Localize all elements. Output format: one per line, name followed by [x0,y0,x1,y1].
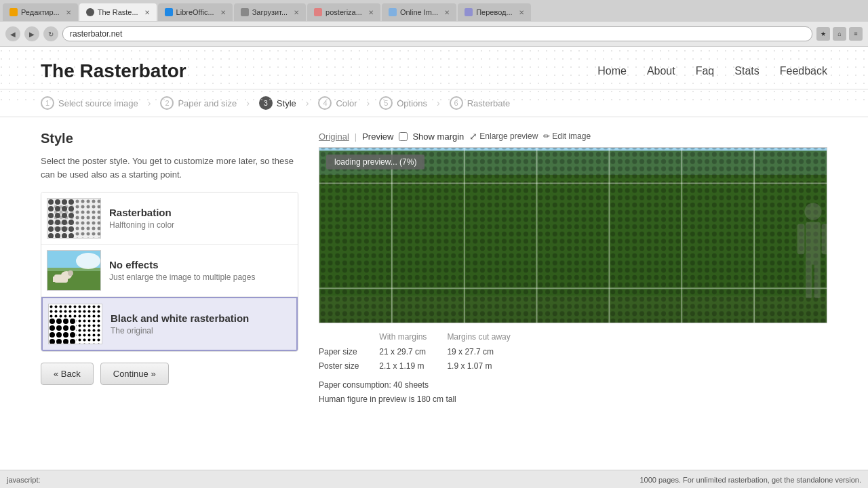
enlarge-icon: ⤢ [469,131,477,142]
tab-favicon-3 [165,8,173,16]
tab-close-5[interactable]: ✕ [368,9,374,16]
status-left: javascript: [7,476,41,484]
tab-5[interactable]: posteriza... ✕ [307,3,380,21]
edit-image-link[interactable]: ✏ Edit image [543,131,591,141]
show-margin-label[interactable]: Show margin [399,131,464,142]
svg-rect-37 [814,262,821,298]
tab-bar: Редактир... ✕ The Raste... ✕ LibreOffic.… [0,0,868,22]
main-content: Style Select the poster style. You get t… [0,117,868,470]
tab-preview[interactable]: Preview [362,131,393,142]
svg-rect-35 [806,222,821,265]
panel-description: Select the poster style. You get to cust… [41,155,298,181]
stat-paper-cut: 19 x 27.7 cm [447,345,530,360]
stat-header-with-margins: With margins [379,330,447,345]
tab-1[interactable]: Редактир... ✕ [3,3,78,21]
tab-label-7: Перевод... [476,8,512,16]
back-button[interactable]: « Back [41,363,94,385]
enlarge-preview-text: Enlarge preview [479,131,538,141]
svg-rect-11 [53,277,56,282]
nav-feedback[interactable]: Feedback [780,65,827,77]
nav-stats[interactable]: Stats [734,65,759,77]
tab-6[interactable]: Online Im... ✕ [382,3,456,21]
nav-about[interactable]: About [647,65,675,77]
forward-button[interactable]: ▶ [24,26,39,41]
svg-rect-19 [76,304,102,344]
tab-close-6[interactable]: ✕ [444,9,450,16]
stat-poster-label: Poster size [319,359,379,374]
address-bar: ◀ ▶ ↻ rasterbator.net ★ ⌂ ≡ [0,22,868,46]
tab-close-7[interactable]: ✕ [519,9,524,16]
style-list: Rasterbation Halftoning in color [41,192,298,352]
tab-favicon-7 [465,8,473,16]
tab-favicon-5 [314,8,322,16]
svg-rect-5 [54,205,75,232]
tab-close-2[interactable]: ✕ [144,9,150,16]
browser-chrome: Редактир... ✕ The Raste... ✕ LibreOffic.… [0,0,868,47]
style-name-bw: Black and white rasterbation [111,312,291,324]
tab-close-4[interactable]: ✕ [294,9,299,16]
svg-rect-36 [806,262,812,298]
show-margin-text: Show margin [412,131,464,142]
svg-rect-39 [822,224,827,254]
tab-favicon-1 [9,8,18,16]
nav-home[interactable]: Home [597,65,627,77]
style-name-rasterbation: Rasterbation [109,207,292,218]
style-item-bw[interactable]: Black and white rasterbation The origina… [41,297,298,351]
button-row: « Back Continue » [41,363,298,385]
stat-human: Human figure in preview is 180 cm tall [319,392,827,407]
svg-rect-20 [49,304,76,318]
back-button[interactable]: ◀ [5,26,20,41]
tab-2[interactable]: The Raste... ✕ [79,3,157,21]
tab-3[interactable]: LibreOffic... ✕ [158,3,233,21]
style-item-noeffects[interactable]: No effects Just enlarge the image to mul… [41,245,298,297]
stat-poster-with: 2.1 x 1.19 m [379,359,447,374]
style-info-noeffects: No effects Just enlarge the image to mul… [109,259,292,282]
edit-icon: ✏ [543,131,550,141]
status-bar: javascript: 1000 pages. For unlimited ra… [0,470,868,488]
tab-close-1[interactable]: ✕ [66,9,71,16]
refresh-button[interactable]: ↻ [43,26,58,41]
status-right: 1000 pages. For unlimited rasterbation, … [639,476,861,484]
style-name-noeffects: No effects [109,259,292,270]
svg-point-8 [76,253,100,269]
loading-indicator: loading preview... (7%) [326,155,425,169]
style-thumb-bw [48,304,102,344]
svg-rect-38 [797,224,805,254]
menu-icon[interactable]: ≡ [849,27,863,41]
tab-label-1: Редактир... [21,8,60,16]
style-thumb-noeffects [47,250,101,291]
home-icon[interactable]: ⌂ [833,27,846,41]
tab-7[interactable]: Перевод... ✕ [458,3,530,21]
tab-4[interactable]: Загрузит... ✕ [234,3,306,21]
stat-consumption: Paper consumption: 40 sheets [319,378,827,393]
enlarge-preview-link[interactable]: ⤢ Enlarge preview [469,131,538,142]
style-info-bw: Black and white rasterbation The origina… [111,312,291,336]
style-info-rasterbation: Rasterbation Halftoning in color [109,207,292,230]
style-thumb-rasterbation [47,198,101,239]
browser-actions: ★ ⌂ ≡ [816,27,863,41]
tab-original[interactable]: Original [319,131,349,142]
nav-faq[interactable]: Faq [696,65,715,77]
preview-image [319,148,827,323]
show-margin-checkbox[interactable] [399,132,408,141]
stat-poster-cut: 1.9 x 1.07 m [447,359,530,374]
style-desc-rasterbation: Halftoning in color [109,220,292,230]
continue-button[interactable]: Continue » [100,363,169,385]
svg-rect-4 [75,199,101,239]
stat-paper-label: Paper size [319,345,379,360]
svg-rect-18 [49,318,76,344]
star-icon[interactable]: ★ [816,27,830,41]
style-item-rasterbation[interactable]: Rasterbation Halftoning in color [41,192,298,245]
tab-close-3[interactable]: ✕ [220,9,226,16]
site-nav: Home About Faq Stats Feedback [597,65,827,77]
tab-label-6: Online Im... [400,8,438,16]
tab-favicon-4 [241,8,249,16]
style-desc-bw: The original [111,326,291,336]
tab-favicon-6 [389,8,397,16]
url-bar[interactable]: rasterbator.net [62,26,812,41]
svg-rect-25 [319,148,827,323]
tab-favicon-2 [86,8,94,16]
edit-image-text: Edit image [552,131,591,141]
site-title: The Rasterbator [41,60,186,82]
tab-label-3: LibreOffic... [176,8,214,16]
